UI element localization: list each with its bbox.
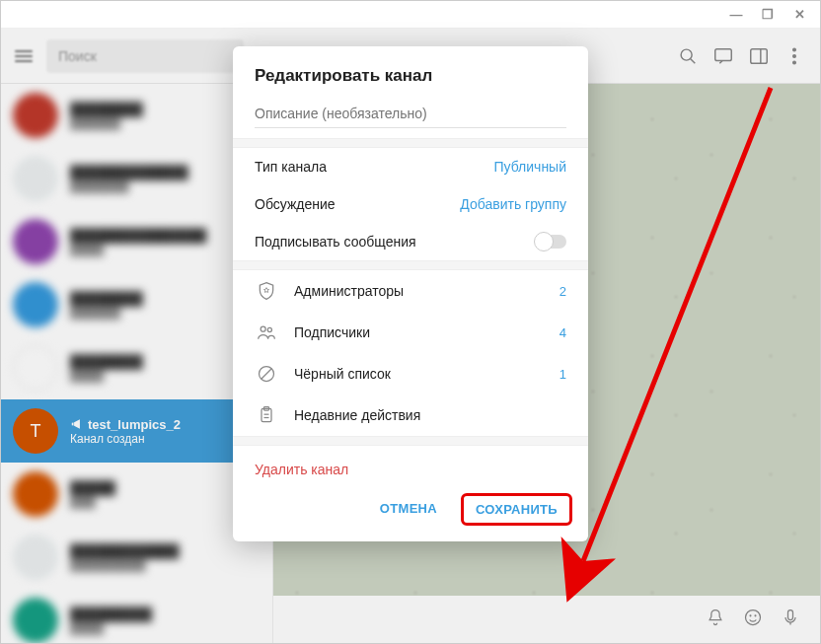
edit-channel-modal: Редактировать канал Тип канала Публичный… [233,46,588,541]
svg-point-15 [261,326,265,331]
modal-title: Редактировать канал [233,46,588,100]
modal-overlay[interactable]: Редактировать канал Тип канала Публичный… [1,29,820,643]
discussion-row[interactable]: Обсуждение Добавить группу [233,185,588,223]
subscribers-label: Подписчики [294,324,560,340]
cancel-button[interactable]: ОТМЕНА [366,493,451,526]
clipboard-icon [255,405,278,425]
sign-messages-row[interactable]: Подписывать сообщения [233,223,588,260]
subscribers-row[interactable]: Подписчики 4 [233,312,588,353]
restore-button[interactable]: ❐ [761,7,775,22]
close-window-button[interactable]: ✕ [792,7,806,22]
admins-row[interactable]: Администраторы 2 [233,270,588,312]
window-titlebar: — ❐ ✕ [1,1,820,29]
svg-line-18 [261,369,271,379]
users-icon [255,322,278,342]
discussion-value: Добавить группу [460,196,566,212]
admins-label: Администраторы [294,283,560,299]
discussion-label: Обсуждение [255,196,460,212]
channel-type-label: Тип канала [255,159,493,175]
delete-channel-button[interactable]: Удалить канал [233,446,588,481]
subscribers-count: 4 [560,325,566,340]
minimize-button[interactable]: — [729,7,743,22]
blacklist-row[interactable]: Чёрный список 1 [233,353,588,394]
description-input[interactable] [255,102,566,128]
svg-point-16 [267,327,271,331]
block-icon [255,364,278,384]
recent-actions-row[interactable]: Недавние действия [233,394,588,436]
channel-type-row[interactable]: Тип канала Публичный [233,148,588,185]
blacklist-count: 1 [560,367,566,382]
sign-messages-label: Подписывать сообщения [255,234,535,250]
star-shield-icon [255,281,278,301]
save-button[interactable]: СОХРАНИТЬ [461,493,572,526]
recent-actions-label: Недавние действия [294,407,566,423]
sign-toggle[interactable] [535,235,566,249]
channel-type-value: Публичный [493,159,566,175]
blacklist-label: Чёрный список [294,366,560,382]
admins-count: 2 [560,284,566,299]
